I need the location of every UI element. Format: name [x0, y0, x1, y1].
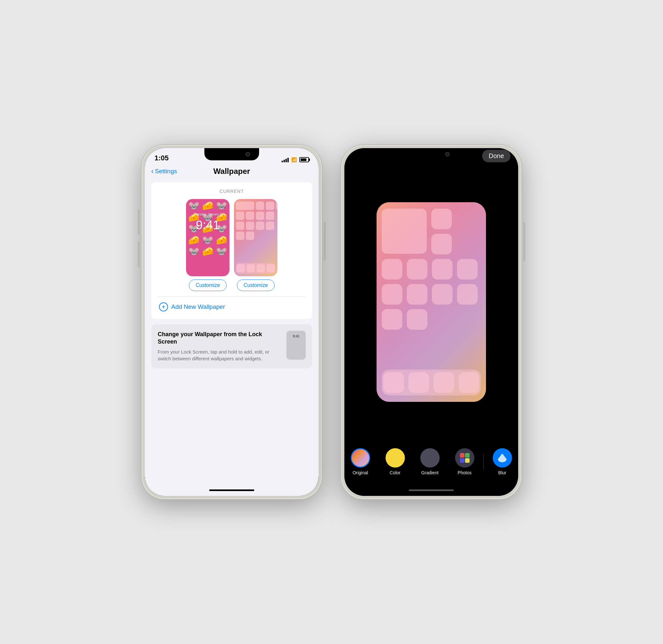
power-button[interactable] [324, 222, 326, 261]
dock-icon [236, 264, 245, 272]
info-phone-thumbnail: 9:41 [287, 331, 306, 360]
home-icon [266, 222, 274, 230]
dock-icon [256, 264, 265, 272]
home-icon [256, 222, 264, 230]
home-icon [266, 212, 274, 220]
icon-column [431, 209, 452, 254]
gradient-circle [420, 448, 440, 468]
blur-label: Blur [498, 470, 506, 475]
wallpaper-card: CURRENT 🐭 🧀 🐭 🧀 🐭 [151, 182, 312, 319]
photos-icon [460, 453, 470, 463]
phone-editor: Done [341, 145, 521, 499]
icon-row [382, 284, 481, 305]
lock-time: 9:41 [186, 218, 229, 232]
original-label: Original [352, 470, 368, 475]
nav-bar: ‹ Settings Wallpaper [145, 165, 319, 179]
power-button-2[interactable] [523, 222, 525, 261]
large-icon [407, 284, 428, 305]
battery-icon [299, 157, 309, 162]
editor-home-bar [409, 489, 454, 491]
phone-settings: 1:05 📶 ‹ Settings Wallpaper [142, 145, 322, 499]
notch-2 [404, 148, 459, 160]
lock-date: Tuesday, January 9 [186, 213, 229, 216]
toolbar-options: Original Color Gradient [344, 448, 518, 475]
color-circle [386, 448, 405, 468]
current-label: CURRENT [158, 189, 306, 194]
volume-up-button[interactable] [138, 209, 140, 235]
home-icon [246, 231, 254, 240]
photos-circle [455, 448, 474, 468]
status-icons: 📶 [282, 157, 309, 162]
original-option[interactable]: Original [344, 448, 378, 475]
home-icon [236, 222, 244, 230]
dock-icon [267, 264, 275, 272]
gradient-option[interactable]: Gradient [413, 448, 448, 475]
phone-screen: 1:05 📶 ‹ Settings Wallpaper [145, 148, 319, 496]
icon-row [382, 259, 481, 280]
home-icon [236, 231, 244, 240]
large-icon [407, 259, 428, 280]
volume-down-button[interactable] [138, 242, 140, 267]
dock-large [382, 370, 481, 395]
info-phone-time: 9:41 [293, 335, 299, 338]
home-icon [256, 212, 264, 220]
home-indicator[interactable] [145, 484, 319, 496]
color-label: Color [390, 470, 401, 475]
large-icon [382, 259, 402, 280]
large-icon [382, 284, 402, 305]
dock-icon-large [459, 372, 479, 393]
large-icon [432, 259, 453, 280]
divider [158, 296, 306, 296]
home-dock [236, 263, 275, 274]
add-circle-icon: + [159, 302, 168, 311]
info-title: Change your Wallpaper from the Lock Scre… [158, 331, 281, 346]
info-text: Change your Wallpaper from the Lock Scre… [158, 331, 281, 362]
wallpaper-large-preview [376, 202, 486, 402]
info-card: Change your Wallpaper from the Lock Scre… [151, 324, 312, 369]
editor-screen: Done [344, 148, 518, 496]
settings-content: CURRENT 🐭 🧀 🐭 🧀 🐭 [145, 179, 319, 484]
large-icon [407, 309, 428, 330]
icon-row [382, 209, 481, 254]
customize-home-button[interactable]: Customize [237, 280, 275, 291]
settings-screen: 1:05 📶 ‹ Settings Wallpaper [145, 148, 319, 496]
home-icon [256, 202, 264, 210]
dock-icon-large [383, 372, 404, 393]
photos-option[interactable]: Photos [448, 448, 482, 475]
dock-icon [247, 264, 255, 272]
home-screen-thumb: Customize [234, 199, 277, 291]
customize-lock-button[interactable]: Customize [189, 280, 227, 291]
icon-row [382, 309, 481, 330]
water-drop-icon [498, 453, 507, 462]
large-icon [431, 209, 452, 229]
wallpaper-previews: 🐭 🧀 🐭 🧀 🐭 🧀 🐭 🧀 🐭 🧀 [158, 199, 306, 291]
large-icon [457, 284, 478, 305]
large-icon [432, 284, 453, 305]
blur-circle [493, 448, 512, 468]
editor-home-indicator[interactable] [344, 484, 518, 496]
lock-screen-preview[interactable]: 🐭 🧀 🐭 🧀 🐭 🧀 🐭 🧀 🐭 🧀 [186, 199, 229, 276]
dock-icon-large [434, 372, 454, 393]
home-screen-preview[interactable] [234, 199, 277, 276]
editor-main [344, 165, 518, 439]
home-bar [209, 489, 254, 491]
add-wallpaper-row[interactable]: + Add New Wallpaper [158, 298, 306, 313]
toolbar-divider [483, 454, 484, 470]
home-icon [276, 202, 277, 210]
large-icon [431, 234, 452, 254]
photos-label: Photos [458, 470, 472, 475]
home-icon [246, 222, 254, 230]
add-wallpaper-label: Add New Wallpaper [171, 303, 225, 310]
done-button[interactable]: Done [482, 150, 510, 162]
color-option[interactable]: Color [378, 448, 413, 475]
nav-title: Wallpaper [213, 167, 250, 176]
gradient-label: Gradient [421, 470, 439, 475]
original-circle [351, 448, 370, 468]
blur-option[interactable]: Blur [485, 448, 519, 475]
chevron-left-icon: ‹ [151, 167, 154, 176]
editor-phone-screen: Done [344, 148, 518, 496]
home-icon [236, 212, 244, 220]
notch [204, 148, 259, 160]
status-time: 1:05 [155, 154, 169, 162]
back-button[interactable]: ‹ Settings [151, 167, 177, 176]
